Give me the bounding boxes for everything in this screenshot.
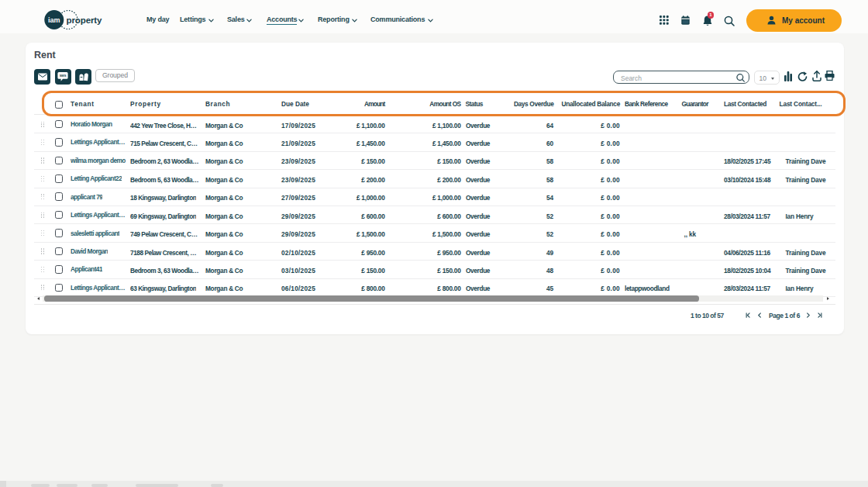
svg-text:iam: iam <box>48 16 60 24</box>
svg-text:SMS: SMS <box>60 74 67 78</box>
